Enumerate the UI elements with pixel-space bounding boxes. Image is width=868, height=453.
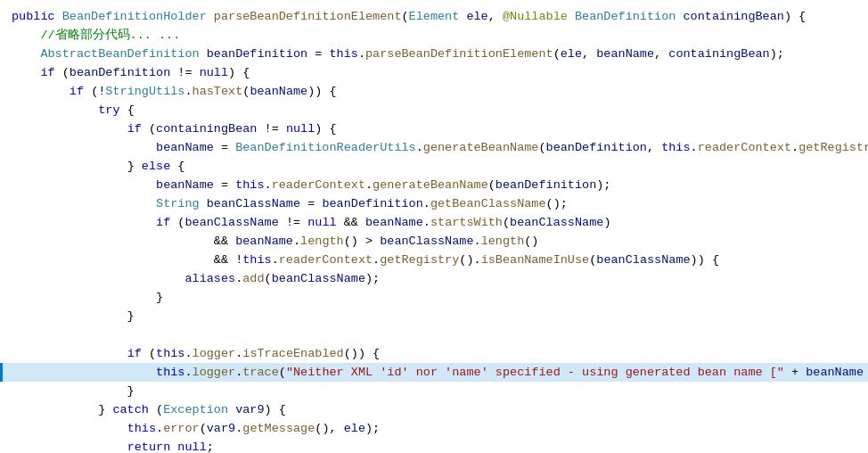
token-plain: . <box>691 141 698 154</box>
line-content: this.error(var9.getMessage(), ele); <box>0 419 868 438</box>
token-plain: . <box>265 178 272 192</box>
token-plain: != <box>257 122 285 136</box>
token-plain: . <box>293 235 300 248</box>
token-param: beanName <box>235 235 293 248</box>
token-method: readerContext <box>272 178 365 192</box>
token-method: getRegistry <box>380 253 459 267</box>
token-plain: ( <box>149 347 156 360</box>
token-param: var9 <box>207 422 235 435</box>
token-method: isTraceEnabled <box>242 347 343 360</box>
token-kw: catch <box>112 403 156 416</box>
token-plain: ( <box>538 141 545 154</box>
line-content: } <box>0 307 868 325</box>
line-content: if (this.logger.isTraceEnabled()) { <box>0 344 868 363</box>
token-param: beanDefinition <box>546 141 647 154</box>
token-method: trace <box>242 366 279 379</box>
token-kw: this <box>235 178 264 192</box>
token-plain: () > <box>344 235 381 248</box>
token-method: error <box>163 422 200 435</box>
token-plain: , <box>582 47 596 61</box>
token-plain: != <box>279 216 307 229</box>
token-plain: . <box>373 253 380 267</box>
token-paren: , <box>488 10 503 23</box>
token-plain: ; <box>207 441 214 453</box>
token-plain: ( <box>503 216 510 229</box>
token-plain <box>12 178 156 192</box>
token-kw: null <box>286 122 315 136</box>
token-comment: //省略部分代码... ... <box>40 29 180 42</box>
code-line: if (beanClassName != null && beanName.st… <box>0 213 868 232</box>
token-plain: ( <box>149 122 156 136</box>
token-plain: . <box>791 141 798 154</box>
token-plain: . <box>416 141 423 154</box>
token-plain: (), <box>315 422 343 435</box>
token-plain: + <box>784 366 806 379</box>
line-content: if (beanClassName != null && beanName.st… <box>0 213 868 232</box>
token-plain: . <box>365 178 373 192</box>
token-plain: ); <box>596 178 610 192</box>
token-kw: null <box>177 441 206 453</box>
token-plain: ) <box>603 216 610 229</box>
line-content: try { <box>0 101 868 119</box>
token-type: AbstractBeanDefinition <box>40 47 206 61</box>
token-type: Element <box>409 10 467 23</box>
token-param: beanDefinition <box>207 47 307 61</box>
token-plain: . <box>184 347 192 360</box>
token-kw: null <box>307 216 344 229</box>
token-plain: ( <box>156 403 163 416</box>
token-method: generateBeanName <box>373 178 488 192</box>
token-param: containingBean <box>156 122 257 136</box>
token-plain: ); <box>365 272 380 285</box>
token-kw: public <box>12 10 62 23</box>
token-param: beanName <box>806 366 864 379</box>
token-method: readerContext <box>698 141 791 154</box>
token-plain <box>12 29 40 42</box>
token-kw: else <box>142 160 178 173</box>
line-content: this.logger.trace("Neither XML 'id' nor … <box>3 363 868 382</box>
token-kw: null <box>200 66 228 79</box>
line-content: return null; <box>0 438 868 453</box>
token-plain: ( <box>279 366 286 379</box>
token-plain: != <box>170 66 199 79</box>
token-plain: = <box>214 141 235 154</box>
token-method: add <box>242 272 264 285</box>
code-container: public BeanDefinitionHolder parseBeanDef… <box>0 0 868 453</box>
token-plain <box>12 347 127 360</box>
code-line: && !this.readerContext.getRegistry().isB… <box>0 251 868 269</box>
token-method: getBeanClassName <box>430 197 546 210</box>
code-line: AbstractBeanDefinition beanDefinition = … <box>0 45 868 63</box>
token-plain: . <box>358 47 365 61</box>
token-kw: try <box>98 103 127 117</box>
token-method: logger <box>192 347 236 360</box>
code-line: this.logger.trace("Neither XML 'id' nor … <box>0 363 868 382</box>
line-content: && beanName.length() > beanClassName.len… <box>0 232 868 251</box>
token-plain: () <box>524 235 538 248</box>
token-method: readerContext <box>279 253 373 267</box>
token-param: beanDefinition <box>495 178 596 192</box>
token-param: beanClassName <box>380 235 473 248</box>
token-plain: ) { <box>315 122 336 136</box>
token-plain: = <box>214 178 235 192</box>
token-method: generateBeanName <box>423 141 539 154</box>
token-plain: ( <box>488 178 495 192</box>
line-content: //省略部分代码... ... <box>0 26 868 45</box>
line-content: AbstractBeanDefinition beanDefinition = … <box>0 45 868 63</box>
token-param: beanName <box>596 47 654 61</box>
code-line: } <box>0 382 868 400</box>
token-plain <box>12 197 156 210</box>
line-content: } <box>0 382 868 400</box>
code-line: if (this.logger.isTraceEnabled()) { <box>0 344 868 363</box>
token-param: containingBean <box>683 10 783 23</box>
token-plain <box>12 103 98 117</box>
token-plain: ( <box>200 422 207 435</box>
token-param: ele <box>561 47 582 61</box>
line-content: && !this.readerContext.getRegistry().isB… <box>0 251 868 269</box>
token-param: beanName <box>156 178 214 192</box>
line-content: } catch (Exception var9) { <box>0 400 868 419</box>
code-line: try { <box>0 101 868 119</box>
token-plain: ( <box>265 272 272 285</box>
token-method: getMessage <box>242 422 315 435</box>
code-line: } else { <box>0 157 868 176</box>
code-line: aliases.add(beanClassName); <box>0 269 868 288</box>
code-line: && beanName.length() > beanClassName.len… <box>0 232 868 251</box>
